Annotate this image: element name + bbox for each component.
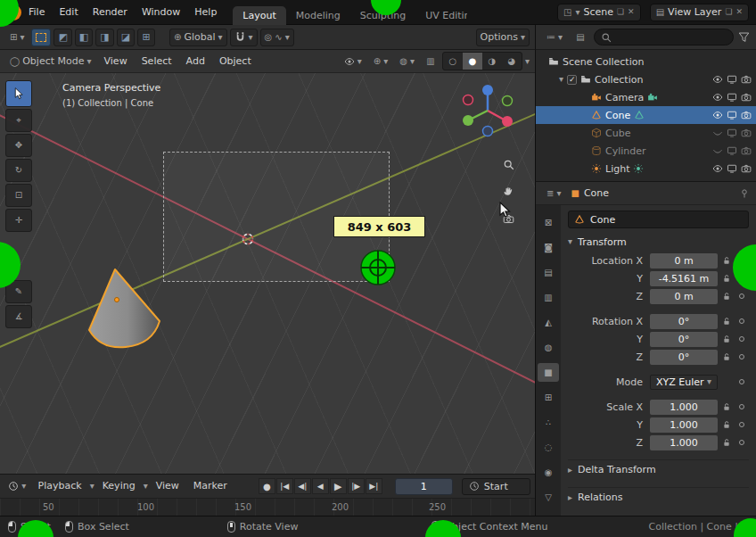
tool-option-button-2[interactable]: ◧: [75, 29, 93, 46]
lock-icon[interactable]: [718, 419, 735, 430]
previous-keyframe-button[interactable]: [294, 478, 311, 494]
tool-option-button-1[interactable]: ◩: [53, 29, 71, 46]
outliner-root-scene-collection[interactable]: Scene Collection: [536, 53, 756, 70]
animate-decorator[interactable]: [739, 354, 744, 359]
gizmo-z-axis[interactable]: [482, 85, 493, 95]
shading-dropdown-icon[interactable]: [525, 57, 530, 66]
scale-y-field[interactable]: 1.000: [650, 417, 718, 433]
disable-render-icon[interactable]: [741, 110, 752, 120]
object-name-field[interactable]: Cone: [568, 211, 749, 228]
tab-object-properties[interactable]: [538, 363, 559, 382]
disable-viewport-icon[interactable]: [727, 163, 737, 174]
viewport-3d[interactable]: Camera Perspective (1) Collection | Cone: [0, 73, 535, 474]
filter-icon[interactable]: [738, 31, 750, 43]
timeline-ruler[interactable]: 50 100 150 200 250: [0, 498, 535, 516]
outliner-search-input[interactable]: [594, 29, 734, 45]
timeline-menu-playback[interactable]: Playback: [32, 475, 88, 498]
rotate-tool[interactable]: [5, 159, 32, 182]
workspace-tab-uv-editing[interactable]: UV Editing: [415, 6, 467, 25]
disable-viewport-icon[interactable]: [727, 110, 737, 120]
scene-selector[interactable]: Scene: [557, 4, 641, 21]
animate-decorator[interactable]: [739, 440, 744, 445]
new-view-layer-icon[interactable]: [725, 8, 732, 16]
new-scene-icon[interactable]: [617, 8, 624, 16]
workspace-tab-layout[interactable]: Layout: [233, 6, 285, 25]
lock-icon[interactable]: [718, 334, 735, 344]
options-dropdown[interactable]: Options: [476, 29, 530, 46]
menu-render[interactable]: Render: [86, 0, 135, 25]
tab-view-layer-properties[interactable]: [538, 288, 559, 307]
proportional-editing-toggle[interactable]: [260, 29, 294, 46]
jump-to-end-button[interactable]: [366, 478, 382, 494]
animate-decorator[interactable]: [739, 336, 744, 342]
zoom-icon[interactable]: [503, 159, 514, 170]
outliner-editor-type-selector[interactable]: [542, 29, 567, 46]
lock-icon[interactable]: [718, 316, 735, 326]
menu-file[interactable]: File: [21, 0, 52, 25]
lock-icon[interactable]: [718, 273, 735, 284]
rotation-y-field[interactable]: 0°: [650, 332, 718, 347]
lock-icon[interactable]: [718, 401, 735, 412]
lock-icon[interactable]: [718, 437, 735, 448]
view-layer-selector[interactable]: View Layer: [650, 4, 749, 21]
outliner-item-collection[interactable]: Collection: [536, 70, 756, 88]
move-tool[interactable]: [5, 134, 32, 157]
shading-solid-button[interactable]: [463, 53, 482, 70]
visibility-eye-icon[interactable]: [712, 110, 723, 120]
rotation-z-field[interactable]: 0°: [650, 350, 718, 365]
overlays-dropdown[interactable]: [395, 53, 419, 70]
xray-toggle[interactable]: [422, 53, 440, 70]
unlink-scene-icon[interactable]: [628, 8, 635, 16]
gizmos-dropdown[interactable]: [369, 53, 392, 70]
animate-decorator[interactable]: [739, 422, 744, 427]
collection-checkbox[interactable]: [567, 75, 577, 85]
tab-particle-properties[interactable]: [538, 413, 559, 432]
viewport-menu-add[interactable]: Add: [180, 50, 211, 73]
lock-icon[interactable]: [718, 351, 735, 362]
frame-start-field[interactable]: Start: [462, 478, 530, 495]
disable-viewport-icon[interactable]: [727, 74, 737, 85]
outliner-item-light[interactable]: Light: [536, 160, 756, 178]
disable-render-icon[interactable]: [741, 74, 752, 85]
properties-editor-type-selector[interactable]: [542, 185, 565, 202]
disable-render-icon[interactable]: [741, 163, 752, 174]
location-z-field[interactable]: 0 m: [650, 289, 718, 304]
timeline-menu-keying[interactable]: Keying: [96, 475, 142, 498]
disable-viewport-icon[interactable]: [727, 128, 737, 138]
disable-render-icon[interactable]: [741, 128, 752, 138]
transform-orientation-dropdown[interactable]: Global: [169, 29, 227, 46]
tab-constraint-properties[interactable]: [538, 463, 559, 482]
location-y-field[interactable]: -4.5161 m: [650, 271, 718, 286]
outliner-item-cone[interactable]: Cone: [536, 106, 756, 124]
properties-breadcrumb[interactable]: Cone: [571, 187, 609, 199]
play-reverse-button[interactable]: [312, 478, 329, 494]
pan-hand-icon[interactable]: [503, 186, 514, 197]
relations-section-header[interactable]: Relations: [568, 487, 749, 507]
visibility-eye-icon[interactable]: [712, 92, 723, 103]
next-keyframe-button[interactable]: [348, 478, 365, 494]
tool-option-button-3[interactable]: ◨: [95, 29, 113, 46]
tool-option-button-4[interactable]: ◪: [117, 29, 135, 46]
tab-tool-properties[interactable]: [538, 213, 559, 232]
outliner-item-cube[interactable]: Cube: [536, 124, 756, 142]
select-box-tool[interactable]: [5, 80, 32, 107]
tab-physics-properties[interactable]: [538, 438, 559, 457]
shading-rendered-button[interactable]: [502, 53, 522, 70]
remove-view-layer-icon[interactable]: [735, 8, 743, 16]
menu-edit[interactable]: Edit: [52, 0, 85, 25]
viewport-menu-select[interactable]: Select: [136, 50, 178, 73]
animate-decorator[interactable]: [739, 404, 744, 409]
gizmo-y-axis[interactable]: [463, 115, 473, 126]
cone-object[interactable]: [83, 264, 168, 362]
measure-tool[interactable]: [5, 305, 32, 328]
tab-render-properties[interactable]: [538, 238, 559, 257]
tab-world-properties[interactable]: [538, 338, 559, 357]
timeline-menu-marker[interactable]: Marker: [187, 475, 234, 498]
editor-type-selector[interactable]: [5, 29, 29, 46]
tab-scene-properties[interactable]: [538, 313, 559, 332]
timeline-editor-type-selector[interactable]: [4, 477, 30, 495]
visibility-eye-closed-icon[interactable]: [712, 128, 723, 138]
delta-transform-section-header[interactable]: Delta Transform: [568, 459, 749, 479]
visibility-eye-icon[interactable]: [712, 74, 723, 85]
visibility-eye-icon[interactable]: [712, 163, 723, 174]
